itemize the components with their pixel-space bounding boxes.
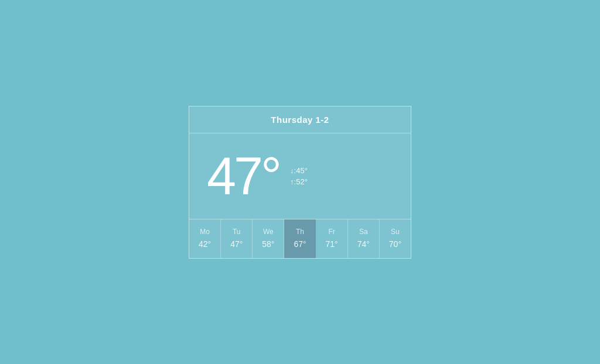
- day-label: Fr: [328, 228, 335, 236]
- day-label: Su: [391, 228, 400, 236]
- temp-high: ↑:52°: [290, 177, 308, 186]
- day-label: We: [263, 228, 274, 236]
- day-temp: 67°: [294, 239, 306, 249]
- forecast-day[interactable]: Mo42°: [189, 219, 221, 258]
- forecast-day[interactable]: Fr71°: [316, 219, 348, 258]
- forecast-day[interactable]: Sa74°: [348, 219, 380, 258]
- day-temp: 42°: [199, 239, 211, 249]
- forecast-day[interactable]: Th67°: [284, 219, 316, 258]
- forecast-day[interactable]: Su70°: [380, 219, 411, 258]
- forecast-day[interactable]: We58°: [253, 219, 284, 258]
- temp-range: ↓:45° ↑:52°: [290, 166, 308, 186]
- day-temp: 74°: [357, 239, 370, 249]
- day-temp: 47°: [230, 239, 243, 249]
- forecast-day[interactable]: Tu47°: [221, 219, 253, 258]
- card-main: 47° ↓:45° ↑:52°: [189, 133, 411, 219]
- day-label: Sa: [359, 228, 368, 236]
- forecast-row: Mo42°Tu47°We58°Th67°Fr71°Sa74°Su70°: [189, 219, 411, 258]
- card-header: Thursday 1-2: [189, 107, 411, 133]
- temp-low: ↓:45°: [290, 166, 308, 175]
- current-temperature: 47°: [207, 150, 279, 202]
- day-label: Th: [296, 228, 304, 236]
- day-label: Tu: [233, 228, 241, 236]
- day-temp: 70°: [389, 239, 401, 249]
- weather-card: Thursday 1-2 47° ↓:45° ↑:52° Mo42°Tu47°W…: [189, 106, 411, 259]
- day-temp: 58°: [262, 239, 274, 249]
- day-temp: 71°: [326, 239, 338, 249]
- day-label: Mo: [200, 228, 210, 236]
- header-title: Thursday 1-2: [271, 115, 329, 125]
